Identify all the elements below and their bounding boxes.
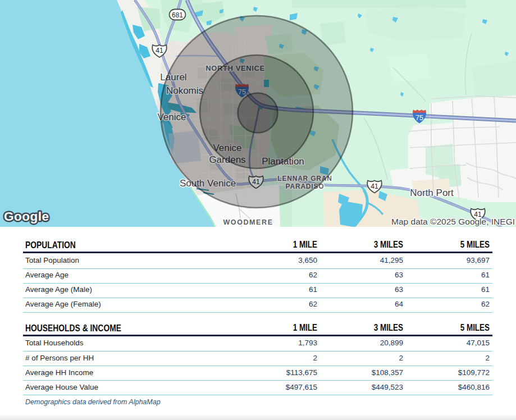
svg-text:North Port: North Port xyxy=(410,188,454,198)
svg-text:Google: Google xyxy=(4,209,49,223)
svg-text:75: 75 xyxy=(415,114,423,122)
svg-text:41: 41 xyxy=(371,182,378,190)
svg-text:WOODMERE: WOODMERE xyxy=(223,218,273,226)
svg-text:Map data ©2025 Google, INEGI: Map data ©2025 Google, INEGI xyxy=(391,217,515,226)
svg-text:681: 681 xyxy=(172,11,183,19)
svg-text:41: 41 xyxy=(156,47,163,54)
